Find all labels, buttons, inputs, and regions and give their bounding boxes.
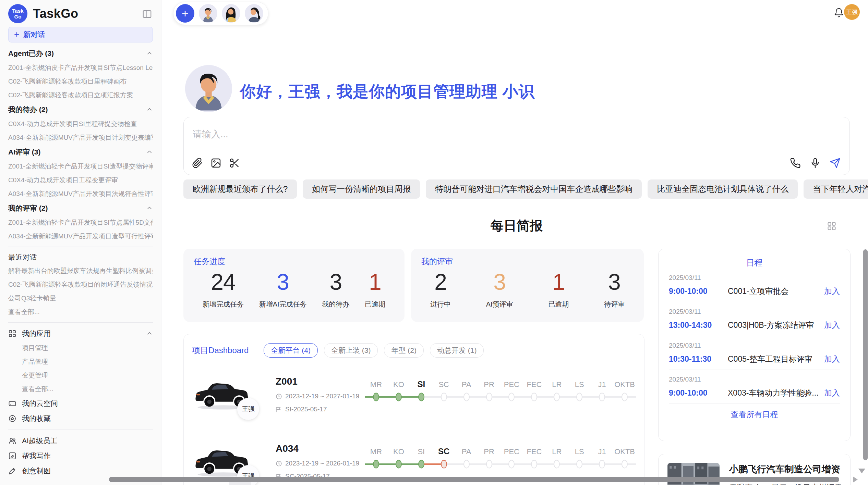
agent-avatar-1[interactable] [199,4,217,23]
sidebar-item-favorites[interactable]: 我的收藏 [8,411,153,426]
scissors-icon[interactable] [229,158,240,169]
sidebar-item[interactable]: 查看全部... [8,305,153,319]
write-icon [8,452,16,460]
sidebar-item[interactable]: C0X4-动力总成开发项目SI里程碑提交物检查 [8,117,153,131]
vertical-scrollbar[interactable] [863,249,868,460]
sidebar-item[interactable]: A034-全新新能源MUV产品开发项目造型可行性评审 [8,229,153,243]
scroll-right-arrow[interactable] [853,476,858,483]
schedule-item: 2025/03/11 13:00-14:30 C003|H0B-方案冻结评审 加… [669,302,840,336]
agent-avatar-3[interactable] [245,4,263,23]
milestone-label: PEC [504,377,519,389]
suggestion-chip[interactable]: 欧洲新规最近颁布了什么? [183,179,297,199]
chat-input[interactable] [192,129,708,140]
schedule-join-link[interactable]: 加入 [824,354,840,364]
attachment-icon[interactable] [192,158,203,169]
dashboard-filter-chip[interactable]: 年型 (2) [384,343,424,358]
schedule-time: 9:00-10:00 [669,287,728,296]
suggestion-chip[interactable]: 特朗普可能对进口汽车增税会对中国车企造成哪些影响 [426,179,642,199]
taskgo-logo: Task Go [8,4,27,23]
project-code: Z001 [276,376,362,387]
sidebar-item[interactable]: 解释最新出台的欧盟报废车法规再生塑料比例被调至15%... [8,264,153,278]
view-all-schedule-link[interactable]: 查看所有日程 [669,409,840,420]
schedule-title: C001-立项审批会 [728,286,820,297]
milestone-dot [576,393,582,401]
chevron-up-icon [146,149,153,156]
stat-label: 已逾期 [548,300,569,309]
milestone-label: PA [462,444,471,456]
sidebar-item[interactable]: A034-全新新能源MUV产品开发项目法规符合性评审 [8,187,153,201]
sidebar-section-header[interactable]: 我的评审 (2) [8,201,153,216]
user-avatar[interactable]: 王强 [844,4,860,20]
sidebar-item[interactable]: C02-飞腾新能源轻客改款项目立项汇报方案 [8,88,153,102]
recent-chats-list: 解释最新出台的欧盟报废车法规再生塑料比例被调至15%...C02-飞腾新能源轻客… [8,264,153,319]
stat: 3 新增AI完成任务 [259,269,307,309]
sidebar-app-subitem[interactable]: 项目管理 [8,341,153,355]
sidebar-item[interactable]: A034-全新新能源MUV产品开发项目计划变更表编写 [8,131,153,145]
suggestion-chip[interactable]: 如何写一份清晰的项目周报 [303,179,420,199]
milestone-track [568,389,591,405]
sidebar-item[interactable]: C02-飞腾新能源轻客改款项目里程碑画布 [8,75,153,88]
microphone-icon[interactable] [810,158,821,169]
milestone-track [591,389,613,405]
sidebar-item[interactable]: Z001-全新燃油轻卡产品开发项目SI造型提交物评审 [8,160,153,173]
milestone-dot [486,460,492,469]
sidebar-item[interactable]: 公司Q3轻卡销量 [8,291,153,305]
layout-grid-icon[interactable] [827,221,836,231]
greeting-heading: 你好，王强，我是你的项目管理助理 小识 [240,81,535,102]
scroll-down-arrow[interactable] [858,469,865,473]
quick-access-pill: + [173,2,268,25]
notification-bell-icon[interactable] [834,8,844,18]
dashboard-filter-chip[interactable]: 全新平台 (4) [264,343,318,358]
add-agent-button[interactable]: + [176,4,194,23]
sidebar-item-cloud-space[interactable]: 我的云空间 [8,396,153,411]
dashboard-filter-chip[interactable]: 全新上装 (3) [324,343,378,358]
task-progress-stats: 24 新增完成任务 3 新增AI完成任务 3 我的待办 1 已逾期 [194,269,394,309]
project-row: 王强 Z001 2023-12-19 ~ 2027-01-19 SI-2025-… [192,373,636,425]
sidebar-item-help-write[interactable]: 帮我写作 [8,448,153,463]
milestone-label: MR [370,377,382,389]
milestone-track [501,456,523,472]
sidebar-item-creative-draw[interactable]: 创意制图 [8,463,153,478]
stat-label: 新增完成任务 [203,300,244,309]
milestone-label: SC [438,444,449,456]
sidebar-app-subitem[interactable]: 变更管理 [8,369,153,382]
schedule-join-link[interactable]: 加入 [824,388,840,398]
milestone-track [478,456,501,472]
sidebar-section: 我的评审 (2) Z001-全新燃油轻卡产品开发项目SI节点属性5D文件评审A0… [8,201,153,243]
phone-call-icon[interactable] [790,158,801,169]
sidebar-item[interactable]: Z001-全新燃油皮卡产品开发项目SI节点Lesson Learn报告 [8,61,153,75]
suggestion-chip[interactable]: 比亚迪全固态电池计划具体说了什么 [648,179,798,199]
suggestion-chip[interactable]: 当下年轻人对汽车外观有怎样的喜好趋势 [804,179,868,199]
milestone-dot [554,460,560,469]
sidebar-section-header[interactable]: 我的待办 (2) [8,102,153,117]
cloud-space-label: 我的云空间 [22,399,58,408]
taskgo-app: Task Go TaskGo + 新对话 Agent已办 (3) Z001-全新… [0,0,868,485]
recent-chats-title: 最近对话 [8,250,153,264]
milestone-label: LR [552,444,562,456]
sidebar-item-my-apps[interactable]: 我的应用 [8,326,153,341]
milestone-label: SI [417,377,425,389]
sidebar-app-subitem[interactable]: 查看全部... [8,382,153,396]
milestone-label: SI [418,444,425,456]
milestone-dot [576,460,582,469]
chat-input-card [183,117,850,175]
new-chat-button[interactable]: + 新对话 [8,27,153,42]
sidebar-section-header[interactable]: Agent已办 (3) [8,46,153,61]
sidebar-app-subitem[interactable]: 产品管理 [8,355,153,369]
send-icon[interactable] [830,158,841,169]
schedule-join-link[interactable]: 加入 [824,320,840,331]
sidebar-item[interactable]: C02-飞腾新能源轻客改款项目的闭环通告反馈情况 [8,278,153,291]
sidebar-item-ai-employee[interactable]: AI超级员工 [8,433,153,448]
schedule-join-link[interactable]: 加入 [824,286,840,297]
agent-avatar-2[interactable] [222,4,240,23]
project-dates: 2023-12-19 ~ 2027-01-19 [276,393,362,400]
sidebar-item[interactable]: C0X4-动力总成开发项目工程变更评审 [8,173,153,187]
sidebar-item[interactable]: Z001-全新燃油轻卡产品开发项目SI节点属性5D文件评审 [8,216,153,229]
schedule-time: 10:30-11:30 [669,355,728,364]
image-icon[interactable] [210,158,221,169]
dashboard-filter-chip[interactable]: 动总开发 (1) [430,343,484,358]
sidebar-collapse-icon[interactable] [142,9,152,19]
stat-value: 3 [329,269,342,295]
sidebar-section-header[interactable]: AI评审 (3) [8,145,153,160]
horizontal-scrollbar[interactable] [109,477,839,482]
